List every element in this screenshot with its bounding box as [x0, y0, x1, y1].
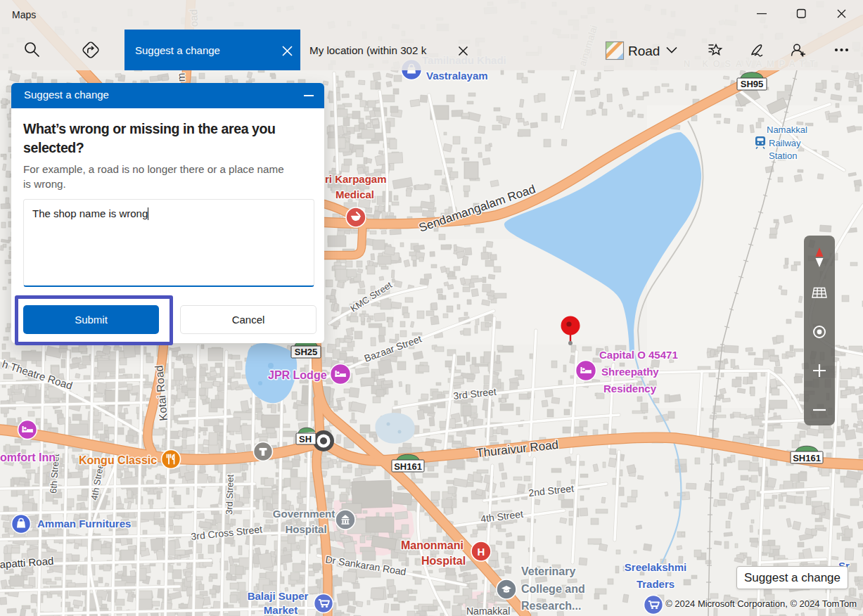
svg-text:m: m	[175, 72, 187, 82]
svg-text:3rd Street: 3rd Street	[224, 474, 236, 515]
svg-text:SH95: SH95	[741, 79, 764, 89]
svg-text:Market: Market	[264, 604, 298, 616]
svg-text:Sreelakshmi: Sreelakshmi	[625, 561, 686, 573]
svg-text:SH161: SH161	[394, 461, 422, 472]
svg-text:Traders: Traders	[637, 578, 675, 590]
svg-text:College and: College and	[521, 583, 585, 595]
svg-text:omfort Inn: omfort Inn	[0, 451, 56, 463]
svg-text:Hospital: Hospital	[285, 523, 326, 535]
svg-text:Balaji Super: Balaji Super	[248, 590, 309, 602]
svg-text:SH161: SH161	[793, 453, 821, 463]
svg-text:Station: Station	[769, 150, 797, 161]
svg-text:Shreepathy: Shreepathy	[601, 366, 659, 378]
svg-text:JPR Lodge: JPR Lodge	[268, 369, 327, 381]
svg-text:Manonmani: Manonmani	[401, 539, 464, 551]
svg-text:Vastralayam: Vastralayam	[426, 70, 488, 82]
svg-text:Namakkal: Namakkal	[767, 124, 807, 135]
svg-text:ri Karpagam: ri Karpagam	[325, 173, 387, 185]
svg-text:Amman Furnitures: Amman Furnitures	[37, 518, 131, 530]
svg-text:Research...: Research...	[521, 600, 581, 612]
svg-text:Capital O 45471: Capital O 45471	[599, 349, 678, 361]
svg-text:Road: Road	[628, 44, 660, 58]
svg-text:Railway: Railway	[769, 138, 801, 148]
svg-text:H: H	[478, 546, 485, 558]
svg-text:Kongu Classic: Kongu Classic	[79, 454, 157, 466]
svg-text:Namakkal: Namakkal	[466, 605, 510, 616]
svg-text:Veterinary: Veterinary	[521, 565, 575, 577]
svg-text:Government: Government	[273, 508, 335, 520]
svg-text:Medical: Medical	[335, 188, 374, 200]
svg-text:SH: SH	[299, 434, 312, 444]
svg-text:Hospital: Hospital	[421, 555, 466, 567]
svg-text:SH25: SH25	[295, 347, 318, 357]
svg-text:Residency: Residency	[603, 383, 657, 394]
